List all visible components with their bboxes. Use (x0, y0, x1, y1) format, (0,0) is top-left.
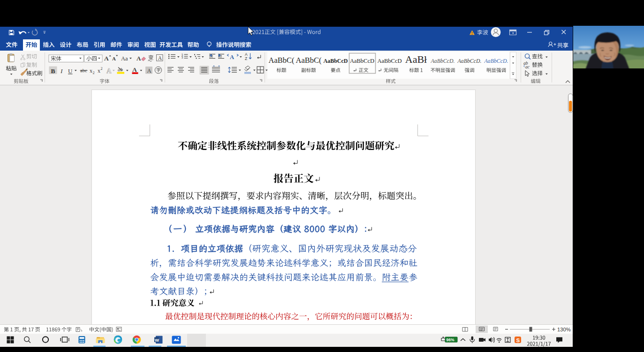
svg-text:S: S (516, 337, 520, 343)
svg-text:3: 3 (182, 56, 183, 59)
svg-text:2: 2 (101, 67, 103, 71)
svg-text:A: A (132, 66, 137, 73)
svg-text:U: U (68, 67, 73, 75)
svg-text:AaBbC(: AaBbC( (269, 56, 295, 65)
svg-text:AaBbCcD.: AaBbCcD. (431, 58, 455, 64)
svg-text:AaBbCcD: AaBbCcD (377, 58, 402, 64)
svg-text:B: B (51, 67, 55, 75)
svg-text:AaBbCcD: AaBbCcD (350, 58, 374, 64)
svg-text:A: A (112, 56, 116, 61)
svg-text:A: A (158, 55, 162, 61)
svg-text:x: x (90, 67, 92, 74)
svg-text:ac: ac (525, 65, 530, 69)
svg-text:A: A (106, 67, 112, 75)
svg-text:A: A (230, 54, 234, 60)
svg-text:W: W (155, 337, 159, 343)
svg-text:I: I (60, 67, 63, 75)
svg-text:130%: 130% (557, 327, 571, 332)
svg-text:A: A (147, 67, 152, 74)
svg-text:AaBbCcD: AaBbCcD (323, 58, 348, 64)
svg-text:96%: 96% (447, 337, 455, 342)
svg-text:AaBbCcD.: AaBbCcD. (484, 58, 508, 64)
svg-text:Z: Z (245, 56, 247, 61)
svg-text:AaBbCcD.: AaBbCcD. (457, 58, 482, 64)
svg-text:Aa: Aa (121, 55, 128, 62)
svg-text:A: A (136, 55, 141, 62)
svg-text:AaBbC(: AaBbC( (296, 56, 322, 65)
svg-text:x: x (98, 67, 100, 74)
svg-text:AaBł: AaBł (405, 53, 427, 65)
svg-text:A: A (104, 55, 109, 62)
svg-text:2: 2 (93, 71, 95, 75)
